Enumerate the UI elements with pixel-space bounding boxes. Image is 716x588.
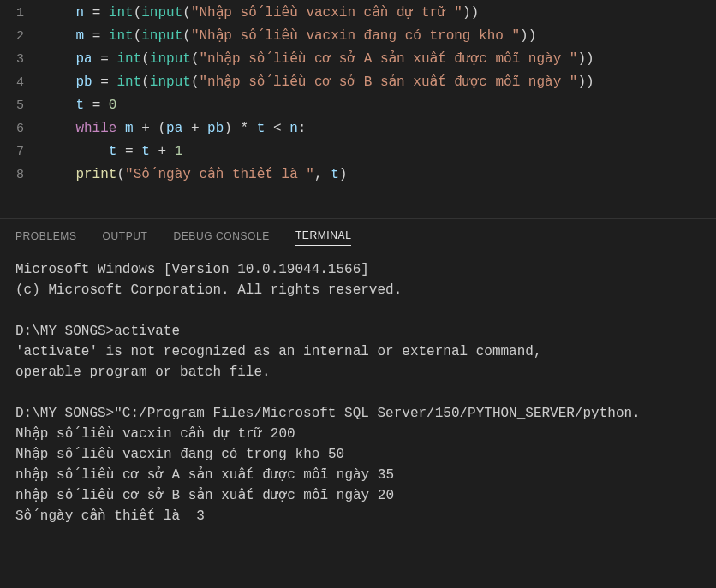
code-content[interactable]: n = int(input("Nhập số liều vacxin cần d… [43, 2, 716, 25]
code-content[interactable]: pa = int(input("nhập số liều cơ sở A sản… [43, 48, 716, 71]
terminal-line: Microsoft Windows [Version 10.0.19044.15… [15, 259, 701, 280]
terminal-line: (c) Microsoft Corporation. All rights re… [15, 280, 701, 300]
line-number: 6 [0, 117, 43, 140]
code-line[interactable]: 2 m = int(input("Nhập số liều vacxin đan… [0, 25, 716, 48]
code-line[interactable]: 5 t = 0 [0, 94, 716, 117]
terminal-line: nhập số liều cơ sở B sản xuất được mỗi n… [15, 485, 701, 506]
line-number: 5 [0, 94, 43, 117]
line-number: 1 [0, 2, 43, 25]
line-number: 8 [0, 163, 43, 187]
tab-terminal[interactable]: TERMINAL [295, 229, 351, 246]
code-content[interactable]: t = t + 1 [43, 140, 716, 163]
terminal-line: 'activate' is not recognized as an inter… [15, 342, 701, 362]
code-content[interactable]: while m + (pa + pb) * t < n: [43, 117, 716, 140]
terminal-line: Nhập số liều vacxin cần dự trữ 200 [15, 424, 701, 444]
code-line[interactable]: 8 print("Số ngày cần thiết là ", t) [0, 163, 716, 187]
tab-output[interactable]: OUTPUT [103, 230, 148, 246]
terminal-line: operable program or batch file. [15, 362, 701, 383]
terminal-area[interactable]: Microsoft Windows [Version 10.0.19044.15… [0, 254, 716, 588]
code-content[interactable]: print("Số ngày cần thiết là ", t) [43, 163, 716, 187]
code-line[interactable]: 4 pb = int(input("nhập số liều cơ sở B s… [0, 71, 716, 94]
tab-debug-console[interactable]: DEBUG CONSOLE [173, 230, 270, 246]
code-content[interactable]: t = 0 [43, 94, 716, 117]
line-number: 7 [0, 140, 43, 163]
terminal-blank [15, 300, 701, 321]
line-number: 4 [0, 71, 43, 94]
line-number: 3 [0, 48, 43, 71]
code-line[interactable]: 1 n = int(input("Nhập số liều vacxin cần… [0, 2, 716, 25]
line-number: 2 [0, 25, 43, 48]
code-line[interactable] [0, 187, 716, 210]
panel-tabs: PROBLEMS OUTPUT DEBUG CONSOLE TERMINAL [0, 218, 716, 254]
code-line[interactable]: 7 t = t + 1 [0, 140, 716, 163]
code-content[interactable]: pb = int(input("nhập số liều cơ sở B sản… [43, 71, 716, 94]
code-content[interactable]: m = int(input("Nhập số liều vacxin đang … [43, 25, 716, 48]
terminal-line: nhập số liều cơ sở A sản xuất được mỗi n… [15, 465, 701, 485]
terminal-line: Nhập số liều vacxin đang có trong kho 50 [15, 444, 701, 465]
terminal-line: D:\MY SONGS>activate [15, 321, 701, 342]
code-line[interactable]: 6 while m + (pa + pb) * t < n: [0, 117, 716, 140]
code-line[interactable]: 3 pa = int(input("nhập số liều cơ sở A s… [0, 48, 716, 71]
terminal-blank [15, 383, 701, 403]
tab-problems[interactable]: PROBLEMS [15, 230, 77, 246]
editor-area[interactable]: 1 n = int(input("Nhập số liều vacxin cần… [0, 0, 716, 218]
terminal-line: D:\MY SONGS>"C:/Program Files/Microsoft … [15, 403, 701, 424]
terminal-line: Số ngày cần thiết là 3 [15, 506, 701, 526]
